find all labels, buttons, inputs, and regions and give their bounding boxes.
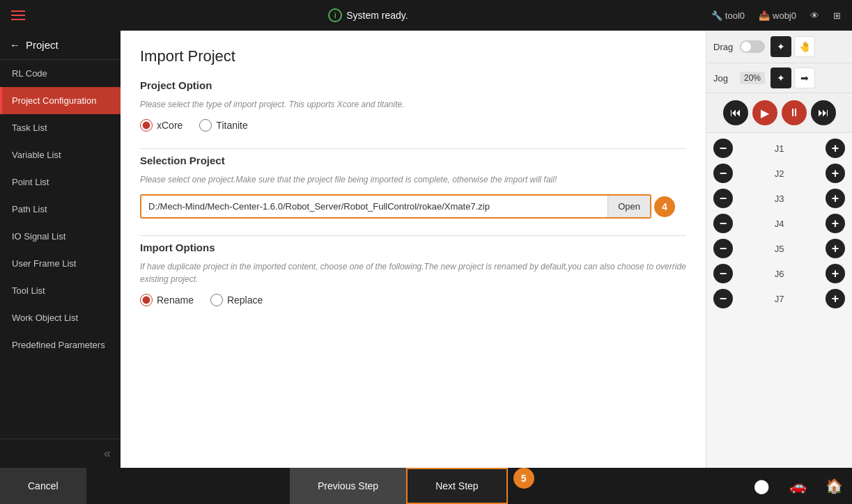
j6-minus-button[interactable]: − [713, 264, 733, 283]
bottom-right: ⬤ 🚗 🏠 [743, 468, 852, 504]
sidebar-item-tool-list[interactable]: Tool List [0, 277, 121, 304]
tool-item[interactable]: 🔧 tool0 [711, 10, 745, 21]
j3-label: J3 [773, 194, 787, 204]
sidebar-item-rl-code[interactable]: RL Code [0, 60, 121, 87]
play-button[interactable]: ▶ [752, 100, 777, 125]
titanite-radio[interactable] [199, 119, 212, 132]
divider-2 [140, 235, 686, 236]
sidebar-back[interactable]: ← Project [0, 31, 121, 60]
eye-icon: 👁 [810, 10, 819, 21]
jog-icon-1[interactable]: ✦ [770, 68, 791, 88]
playback-controls: ⏮ ▶ ⏸ ⏭ [706, 93, 852, 133]
wobj-item[interactable]: 📥 wobj0 [759, 10, 796, 21]
sidebar-item-predefined-parameters[interactable]: Predefined Parameters [0, 331, 121, 359]
nav-icon-2-button[interactable]: 🚗 [780, 468, 816, 504]
eye-item[interactable]: 👁 [810, 10, 819, 21]
import-options-title: Import Options [140, 242, 686, 253]
selection-project-desc: Please select one project.Make sure that… [140, 173, 686, 186]
import-options-section: Import Options If have duplicate project… [140, 242, 686, 306]
open-button[interactable]: Open [607, 196, 650, 217]
rename-label: Rename [157, 294, 194, 306]
nav-icon-1-button[interactable]: ⬤ [743, 468, 780, 504]
sidebar-item-io-signal-list[interactable]: IO Signal List [0, 223, 121, 250]
rename-radio[interactable] [140, 294, 153, 306]
joint-controls: − J1 + − J2 + − J3 + − J4 + − J5 [706, 133, 852, 468]
j4-label: J4 [773, 219, 787, 229]
joint-row-j4: − J4 + [713, 214, 845, 233]
j1-minus-button[interactable]: − [713, 139, 733, 158]
j2-minus-button[interactable]: − [713, 164, 733, 183]
j1-plus-button[interactable]: + [826, 139, 845, 158]
j4-minus-button[interactable]: − [713, 214, 733, 233]
j3-plus-button[interactable]: + [826, 189, 845, 208]
replace-radio[interactable] [210, 294, 223, 306]
j7-minus-button[interactable]: − [713, 289, 733, 308]
joint-row-j2: − J2 + [713, 164, 845, 183]
xcore-radio-label[interactable]: xCore [140, 119, 183, 132]
j4-plus-button[interactable]: + [826, 214, 845, 233]
jog-icon-2[interactable]: ➡ [794, 68, 815, 88]
j1-label: J1 [773, 143, 787, 154]
grid-icon: ⊞ [833, 10, 841, 21]
topbar: i System ready. 🔧 tool0 📥 wobj0 👁 ⊞ [0, 0, 852, 31]
sidebar-item-label: Project Configuration [12, 95, 96, 106]
sidebar-back-label: Project [26, 39, 59, 51]
sidebar-item-label: Task List [12, 123, 47, 133]
j5-minus-button[interactable]: − [713, 239, 733, 258]
cancel-button[interactable]: Cancel [0, 468, 86, 504]
selection-project-title: Selection Project [140, 155, 686, 166]
j5-plus-button[interactable]: + [826, 239, 845, 258]
sidebar-item-label: Point List [12, 177, 49, 187]
next-step-button[interactable]: Next Step [406, 468, 507, 504]
xcore-label: xCore [157, 120, 183, 131]
sidebar-item-point-list[interactable]: Point List [0, 168, 121, 196]
drag-icons: ✦ 🤚 [770, 36, 815, 57]
selection-project-section: Selection Project Please select one proj… [140, 155, 686, 219]
drag-toggle[interactable] [740, 40, 765, 53]
nav-icon-3-button[interactable]: 🏠 [816, 468, 852, 504]
joint-row-j3: − J3 + [713, 189, 845, 208]
topbar-right: 🔧 tool0 📥 wobj0 👁 ⊞ [711, 10, 841, 21]
project-option-title: Project Option [140, 79, 686, 91]
sidebar: ← Project RL Code Project Configuration … [0, 31, 121, 468]
j7-plus-button[interactable]: + [826, 289, 845, 308]
previous-step-button[interactable]: Previous Step [290, 468, 406, 504]
j6-plus-button[interactable]: + [826, 264, 845, 283]
file-path-input[interactable] [141, 196, 607, 217]
xcore-radio[interactable] [140, 119, 153, 132]
j2-label: J2 [773, 168, 787, 179]
sidebar-collapse-button[interactable]: « [0, 439, 121, 468]
rename-radio-label[interactable]: Rename [140, 294, 194, 306]
j3-minus-button[interactable]: − [713, 189, 733, 208]
sidebar-item-label: Predefined Parameters [12, 340, 105, 350]
j6-label: J6 [773, 269, 787, 279]
project-option-section: Project Option Please select the type of… [140, 79, 686, 132]
topbar-left [11, 10, 25, 20]
menu-icon[interactable] [11, 10, 25, 20]
project-type-radio-group: xCore Titanite [140, 119, 686, 132]
file-input-row: Open 4 [140, 194, 651, 219]
j2-plus-button[interactable]: + [826, 164, 845, 183]
sidebar-item-work-object-list[interactable]: Work Object List [0, 304, 121, 331]
skip-back-button[interactable]: ⏮ [723, 100, 748, 125]
sidebar-item-variable-list[interactable]: Variable List [0, 141, 121, 168]
replace-label: Replace [227, 294, 263, 306]
pause-button[interactable]: ⏸ [782, 100, 807, 125]
drag-icon-2[interactable]: 🤚 [794, 36, 815, 57]
right-top-controls: Drag ✦ 🤚 [706, 31, 852, 63]
sidebar-item-user-frame-list[interactable]: User Frame List [0, 250, 121, 277]
grid-item[interactable]: ⊞ [833, 10, 841, 21]
drag-row: Drag ✦ 🤚 [713, 36, 815, 57]
sidebar-item-label: Variable List [12, 150, 61, 160]
replace-radio-label[interactable]: Replace [210, 294, 263, 306]
bottom-left: Cancel [0, 468, 86, 504]
drag-icon-1[interactable]: ✦ [770, 36, 791, 57]
sidebar-item-project-configuration[interactable]: Project Configuration [0, 87, 121, 114]
sidebar-item-task-list[interactable]: Task List [0, 114, 121, 141]
titanite-radio-label[interactable]: Titanite [199, 119, 247, 132]
sidebar-item-path-list[interactable]: Path List [0, 196, 121, 223]
skip-forward-button[interactable]: ⏭ [811, 100, 836, 125]
wobj-icon: 📥 [759, 10, 770, 21]
topbar-center: i System ready. [328, 8, 408, 22]
titanite-label: Titanite [216, 120, 247, 131]
